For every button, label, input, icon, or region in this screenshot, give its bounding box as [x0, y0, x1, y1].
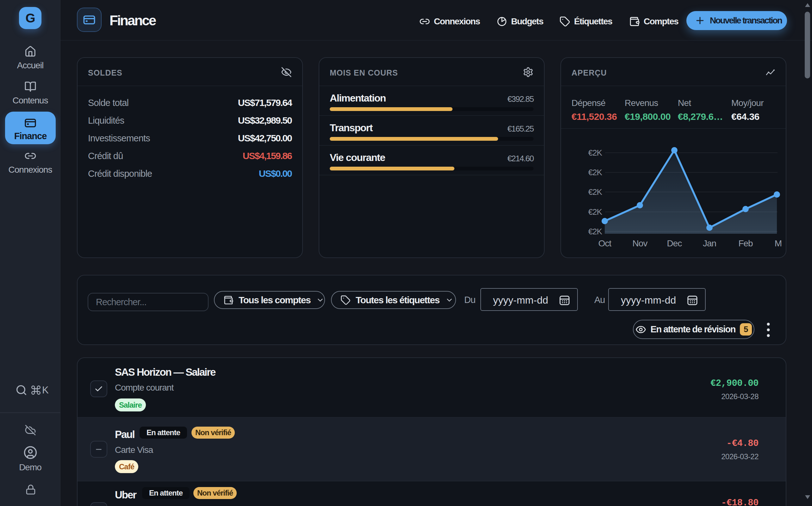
svg-text:€2K: €2K [588, 187, 602, 197]
svg-text:€2K: €2K [588, 168, 602, 177]
svg-text:Oct: Oct [598, 239, 612, 248]
svg-text:Nov: Nov [633, 239, 648, 248]
svg-text:M: M [774, 239, 782, 248]
svg-text:Dec: Dec [667, 239, 682, 248]
svg-text:Feb: Feb [738, 239, 753, 248]
svg-text:Jan: Jan [703, 239, 716, 248]
svg-text:€2K: €2K [588, 207, 602, 217]
svg-text:€2K: €2K [588, 148, 602, 158]
svg-text:€2K: €2K [588, 227, 602, 236]
